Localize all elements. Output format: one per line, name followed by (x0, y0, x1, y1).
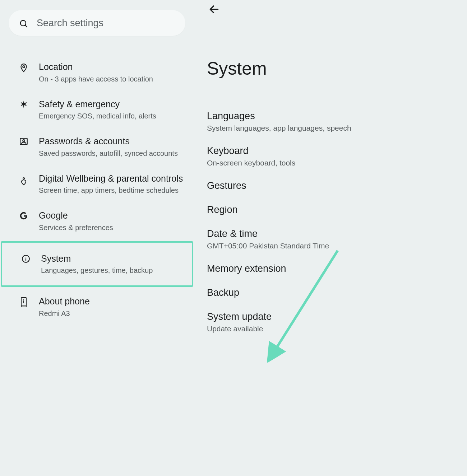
system-item-title: Backup (207, 287, 453, 298)
settings-item-title: Digital Wellbeing & parental controls (39, 173, 185, 185)
search-placeholder: Search settings (37, 18, 103, 29)
settings-item-subtitle: Redmi A3 (39, 309, 185, 318)
settings-item-wellbeing[interactable]: Digital Wellbeing & parental controls Sc… (0, 165, 194, 203)
settings-item-location[interactable]: Location On - 3 apps have access to loca… (0, 54, 194, 91)
search-settings-bar[interactable]: Search settings (9, 10, 185, 36)
system-item-backup[interactable]: Backup (207, 281, 453, 305)
svg-point-4 (23, 140, 24, 141)
settings-item-title: System (41, 253, 183, 265)
system-item-languages[interactable]: Languages System languages, app language… (207, 104, 453, 139)
google-g-icon (17, 211, 30, 220)
system-item-system-update[interactable]: System update Update available (207, 305, 453, 340)
svg-point-12 (23, 299, 24, 300)
settings-item-title: Safety & emergency (39, 98, 185, 110)
svg-line-1 (25, 25, 27, 27)
page-title: System (207, 58, 453, 79)
system-detail-pane: System Languages System languages, app l… (194, 0, 467, 476)
settings-item-system[interactable]: System Languages, gestures, time, backup (2, 243, 192, 286)
system-item-region[interactable]: Region (207, 198, 453, 222)
search-icon (17, 19, 30, 28)
phone-info-icon (17, 297, 30, 308)
settings-item-subtitle: Screen time, app timers, bedtime schedul… (39, 186, 185, 195)
system-item-subtitle: GMT+05:00 Pakistan Standard Time (207, 242, 453, 250)
account-box-icon (17, 137, 30, 146)
system-item-subtitle: On-screen keyboard, tools (207, 159, 453, 167)
settings-item-google[interactable]: Google Services & preferences (0, 202, 194, 240)
settings-item-subtitle: Saved passwords, autofill, synced accoun… (39, 149, 185, 158)
svg-point-2 (23, 66, 24, 67)
back-button[interactable] (205, 1, 223, 19)
system-item-subtitle: Update available (207, 325, 453, 333)
settings-item-title: About phone (39, 295, 185, 307)
wellbeing-icon (17, 177, 30, 187)
system-item-title: Region (207, 204, 453, 215)
info-circle-icon (19, 254, 32, 263)
system-item-title: Gestures (207, 180, 453, 191)
settings-item-subtitle: Languages, gestures, time, backup (41, 266, 183, 275)
settings-item-passwords[interactable]: Passwords & accounts Saved passwords, au… (0, 128, 194, 165)
settings-item-about-phone[interactable]: About phone Redmi A3 (0, 288, 194, 326)
arrow-left-icon (208, 4, 220, 17)
settings-list-pane: Search settings Location On - 3 apps hav… (0, 0, 194, 476)
settings-item-title: Passwords & accounts (39, 135, 185, 147)
settings-item-subtitle: On - 3 apps have access to location (39, 74, 185, 84)
system-item-title: Languages (207, 111, 453, 122)
system-item-title: Memory extension (207, 263, 453, 274)
system-item-title: Keyboard (207, 145, 453, 157)
settings-item-safety[interactable]: Safety & emergency Emergency SOS, medica… (0, 91, 194, 129)
settings-item-subtitle: Services & preferences (39, 223, 185, 233)
settings-item-subtitle: Emergency SOS, medical info, alerts (39, 111, 185, 121)
highlight-annotation: System Languages, gestures, time, backup (1, 241, 193, 287)
system-item-subtitle: System languages, app languages, speech (207, 124, 453, 132)
location-pin-icon (17, 62, 30, 73)
settings-item-title: Google (39, 210, 185, 221)
system-item-gestures[interactable]: Gestures (207, 174, 453, 198)
svg-point-0 (20, 20, 26, 26)
system-item-date-time[interactable]: Date & time GMT+05:00 Pakistan Standard … (207, 222, 453, 257)
system-item-memory-extension[interactable]: Memory extension (207, 257, 453, 281)
svg-point-8 (26, 257, 26, 257)
system-item-title: System update (207, 311, 453, 322)
settings-item-title: Location (39, 61, 185, 73)
system-item-keyboard[interactable]: Keyboard On-screen keyboard, tools (207, 139, 453, 174)
system-item-title: Date & time (207, 228, 453, 239)
asterisk-icon (17, 100, 30, 109)
svg-point-5 (23, 178, 24, 179)
